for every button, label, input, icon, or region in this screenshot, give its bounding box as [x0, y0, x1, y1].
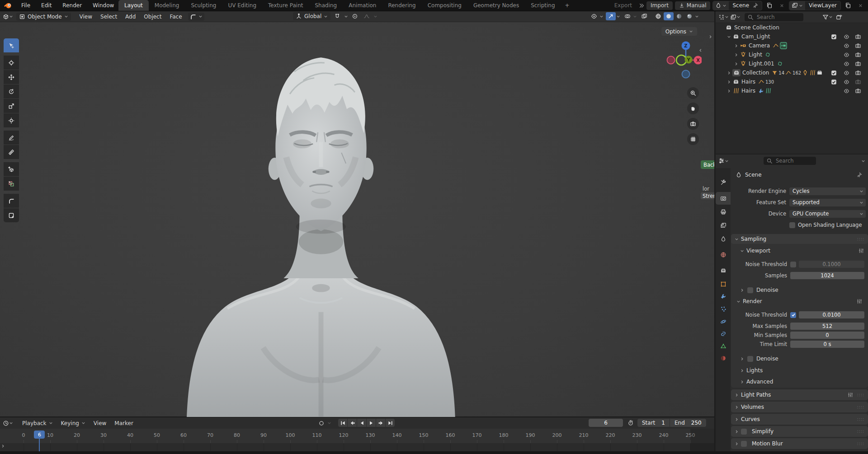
tool-cursor[interactable] — [4, 56, 19, 70]
show-object-types-icon[interactable] — [589, 12, 599, 20]
advanced-subpanel-header[interactable]: Advanced — [736, 377, 777, 387]
next-keyframe-button[interactable] — [376, 419, 385, 427]
expand-region-chevron[interactable] — [708, 35, 712, 39]
tool-duplicate[interactable] — [4, 177, 19, 191]
pan-hand-icon[interactable] — [687, 103, 699, 114]
pin-icon[interactable] — [857, 172, 862, 178]
outliner-row-hairs[interactable]: Hairs — [716, 86, 868, 95]
render-denoise-row[interactable]: Denoise — [736, 354, 782, 364]
outliner-row-light[interactable]: Light — [716, 50, 868, 59]
tool-move[interactable] — [4, 70, 19, 84]
app-menu-window[interactable]: Window — [88, 0, 119, 11]
viewport-menu-face[interactable]: Face — [165, 14, 186, 20]
viewlayer-selector[interactable]: ViewLayer — [789, 1, 841, 10]
viewlayer-name[interactable]: ViewLayer — [809, 2, 837, 9]
drag-grip[interactable]: :::: — [857, 405, 864, 409]
snap-toggle[interactable] — [332, 12, 342, 20]
scene-name[interactable]: Scene — [732, 2, 749, 9]
workspace-tab-sculpting[interactable]: Sculpting — [185, 0, 222, 11]
sampling-panel-header[interactable]: Sampling :::: — [731, 234, 868, 244]
drag-grip[interactable]: :::: — [857, 417, 864, 421]
expander-icon[interactable] — [733, 62, 740, 66]
properties-tab-physics[interactable] — [716, 315, 731, 328]
object-types-chevron[interactable] — [599, 14, 604, 19]
outliner-row-collection[interactable]: Collection14162 — [716, 68, 868, 77]
viewport-denoise-row[interactable]: Denoise — [736, 285, 782, 295]
copy-scene-icon[interactable] — [764, 1, 774, 9]
panel-checkbox[interactable] — [741, 441, 747, 447]
tool-extrude-corner[interactable] — [4, 194, 19, 208]
render-visibility-icon[interactable] — [854, 70, 862, 76]
end-frame-field[interactable]: End250 — [670, 420, 706, 426]
workspace-tab-uv-editing[interactable]: UV Editing — [222, 0, 262, 11]
play-reverse-button[interactable] — [357, 419, 366, 427]
feature-set-select[interactable]: Supported — [789, 199, 866, 206]
outliner-row-scene-collection[interactable]: Scene Collection — [716, 23, 868, 32]
options-button[interactable]: Options — [661, 27, 697, 36]
outliner-search-input[interactable] — [756, 14, 801, 21]
browse-scene-icon[interactable] — [713, 1, 729, 10]
start-frame-field[interactable]: Start1 — [637, 420, 670, 426]
max-samples-field[interactable]: 512 — [790, 323, 864, 330]
tool-add-cube[interactable] — [4, 162, 19, 176]
expander-icon[interactable] — [733, 53, 740, 57]
app-menu-file[interactable]: File — [16, 0, 35, 11]
add-workspace-button[interactable]: + — [561, 0, 574, 11]
playhead-badge[interactable]: 6 — [34, 431, 45, 439]
time-limit-field[interactable]: 0 s — [790, 341, 864, 348]
workspace-tab-animation[interactable]: Animation — [343, 0, 382, 11]
expander-icon[interactable] — [726, 35, 732, 39]
shading-wireframe-button[interactable] — [653, 12, 663, 20]
xray-toggle[interactable] — [639, 12, 649, 20]
render-visibility-icon[interactable] — [854, 79, 862, 85]
outliner-filter-button[interactable] — [822, 13, 832, 21]
viewport-samples-field[interactable]: 1024 — [790, 272, 864, 279]
mode-selector[interactable]: Object Mode — [16, 13, 71, 21]
properties-tab-scene[interactable] — [716, 233, 731, 245]
render-visibility-icon[interactable] — [854, 61, 862, 67]
jump-to-start-button[interactable] — [338, 419, 347, 427]
timeline-ruler[interactable]: 0102030405060708090100110120130140150160… — [0, 429, 714, 443]
timeline-menu-marker[interactable]: Marker — [110, 420, 137, 426]
tool-measure[interactable] — [4, 145, 19, 159]
tracks-expand-chevron[interactable] — [1, 444, 5, 448]
properties-tab-world[interactable] — [716, 248, 731, 261]
falloff-chevron[interactable] — [373, 14, 377, 19]
overlays-chevron[interactable] — [633, 14, 637, 19]
outliner-editor-type-button[interactable] — [718, 13, 728, 21]
hide-eye-icon[interactable] — [843, 79, 850, 85]
hide-eye-icon[interactable] — [843, 43, 850, 49]
gizmos-chevron[interactable] — [616, 14, 620, 19]
properties-search-input[interactable] — [775, 157, 813, 164]
render-subpanel-header[interactable]: Render — [736, 296, 863, 306]
viewport-noise-threshold-checkbox[interactable] — [790, 262, 796, 267]
expander-icon[interactable] — [726, 80, 732, 84]
export-button[interactable]: Export — [610, 1, 636, 10]
timeline-tracks[interactable] — [0, 443, 714, 452]
properties-tab-tool[interactable] — [716, 176, 731, 189]
viewport-menu-select[interactable]: Select — [96, 14, 121, 20]
ortho-grid-icon[interactable] — [687, 133, 699, 145]
workspace-tab-scripting[interactable]: Scripting — [525, 0, 561, 11]
bust-model[interactable] — [181, 36, 461, 428]
hide-eye-icon[interactable] — [843, 88, 850, 94]
tool-scale[interactable] — [4, 99, 19, 113]
workspace-tab-compositing[interactable]: Compositing — [422, 0, 467, 11]
jump-to-end-button[interactable] — [386, 419, 395, 427]
workspace-tab-shading[interactable]: Shading — [309, 0, 343, 11]
properties-tab-render[interactable] — [716, 192, 731, 205]
properties-tab-object-data[interactable] — [716, 340, 731, 352]
render-noise-threshold-field[interactable]: 0.0100 — [799, 311, 864, 318]
panel-checkbox[interactable] — [741, 429, 747, 435]
collapse-region-chevron[interactable] — [698, 48, 703, 52]
drag-grip[interactable]: :::: — [857, 393, 864, 397]
hide-eye-icon[interactable] — [843, 52, 850, 58]
viewport-subpanel-header[interactable]: Viewport — [731, 246, 868, 256]
timeline-menu-view[interactable]: View — [90, 420, 110, 426]
properties-tab-modifiers[interactable] — [716, 290, 731, 303]
visibility-checkbox[interactable] — [830, 34, 837, 40]
snap-options-chevron[interactable] — [344, 14, 348, 19]
lights-subpanel-header[interactable]: Lights — [736, 365, 766, 375]
properties-editor-type-button[interactable] — [718, 157, 728, 165]
tool-mask-square[interactable] — [4, 208, 19, 222]
